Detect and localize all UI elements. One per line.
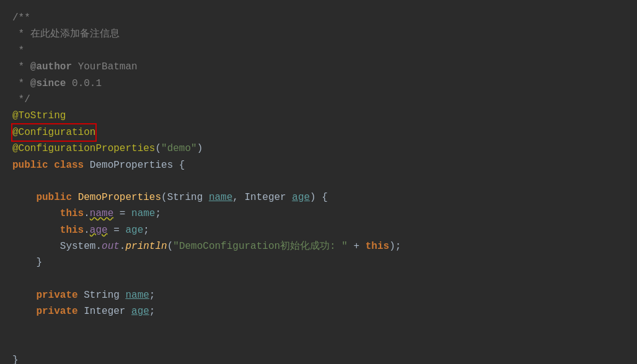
code-line-19: private Integer age;	[12, 303, 625, 319]
code-line-22: }	[12, 352, 625, 364]
code-line-1: /**	[12, 10, 625, 26]
code-line-14: this.age = age;	[12, 222, 625, 238]
code-line-8: @Configuration	[12, 124, 625, 141]
code-line-17	[12, 271, 625, 287]
code-line-12: public DemoProperties(String name, Integ…	[12, 189, 625, 206]
code-line-3: *	[12, 43, 625, 59]
code-line-6: */	[12, 92, 625, 108]
code-line-21	[12, 336, 625, 352]
code-line-10: public class DemoProperties {	[12, 157, 625, 173]
code-line-5: * @since 0.0.1	[12, 76, 625, 92]
code-line-16: }	[12, 254, 625, 271]
code-line-2: * 在此处添加备注信息	[12, 26, 625, 42]
code-line-15: System.out.println("DemoConfiguration初始化…	[12, 238, 625, 254]
code-line-9: @ConfigurationProperties("demo")	[12, 141, 625, 157]
code-line-13: this.name = name;	[12, 206, 625, 222]
code-editor: /** * 在此处添加备注信息 * * @author YourBatman *…	[0, 0, 637, 364]
code-line-20	[12, 320, 625, 336]
code-line-7: @ToString	[12, 108, 625, 124]
code-line-11	[12, 173, 625, 189]
code-line-18: private String name;	[12, 287, 625, 303]
code-line-4: * @author YourBatman	[12, 59, 625, 75]
